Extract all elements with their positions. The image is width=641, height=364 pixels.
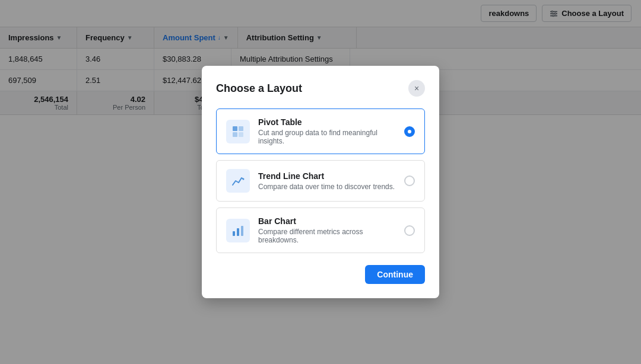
continue-button[interactable]: Continue bbox=[365, 265, 425, 284]
pivot-table-desc: Cut and group data to find meaningful in… bbox=[258, 129, 404, 145]
continue-label: Continue bbox=[377, 270, 413, 279]
svg-rect-11 bbox=[233, 231, 235, 236]
trend-line-text: Trend Line Chart Compare data over time … bbox=[258, 171, 404, 191]
layout-option-bar-chart[interactable]: Bar Chart Compare different metrics acro… bbox=[216, 207, 425, 253]
layout-option-pivot-table[interactable]: Pivot Table Cut and group data to find m… bbox=[216, 108, 425, 154]
close-icon: × bbox=[414, 84, 419, 93]
layout-option-trend-line-chart[interactable]: Trend Line Chart Compare data over time … bbox=[216, 160, 425, 202]
modal-title: Choose a Layout bbox=[216, 82, 302, 95]
svg-rect-9 bbox=[239, 132, 243, 137]
trend-line-radio[interactable] bbox=[404, 175, 415, 186]
trend-line-icon bbox=[231, 174, 245, 187]
trend-line-name: Trend Line Chart bbox=[258, 171, 404, 181]
svg-rect-12 bbox=[237, 228, 239, 236]
svg-point-10 bbox=[243, 178, 245, 180]
modal-header: Choose a Layout × bbox=[216, 80, 425, 97]
bar-chart-name: Bar Chart bbox=[258, 216, 404, 226]
pivot-table-icon-wrap bbox=[226, 120, 250, 143]
svg-rect-13 bbox=[241, 226, 243, 236]
modal-footer: Continue bbox=[216, 265, 425, 284]
bar-chart-icon-wrap bbox=[226, 219, 250, 242]
pivot-table-radio[interactable] bbox=[404, 126, 415, 137]
trend-line-desc: Compare data over time to discover trend… bbox=[258, 183, 404, 191]
pivot-table-name: Pivot Table bbox=[258, 117, 404, 127]
bar-chart-desc: Compare different metrics across breakdo… bbox=[258, 228, 404, 244]
trend-line-icon-wrap bbox=[226, 169, 250, 193]
bar-chart-icon bbox=[231, 224, 245, 237]
bar-chart-radio[interactable] bbox=[404, 225, 415, 236]
pivot-table-icon bbox=[231, 125, 245, 138]
svg-rect-8 bbox=[233, 132, 237, 137]
svg-rect-6 bbox=[233, 126, 237, 131]
modal-overlay: Choose a Layout × Pivot Table Cut and gr… bbox=[0, 0, 641, 364]
svg-rect-7 bbox=[239, 126, 243, 131]
modal-close-button[interactable]: × bbox=[408, 80, 425, 97]
pivot-table-text: Pivot Table Cut and group data to find m… bbox=[258, 117, 404, 145]
bar-chart-text: Bar Chart Compare different metrics acro… bbox=[258, 216, 404, 244]
choose-layout-modal: Choose a Layout × Pivot Table Cut and gr… bbox=[202, 66, 439, 298]
